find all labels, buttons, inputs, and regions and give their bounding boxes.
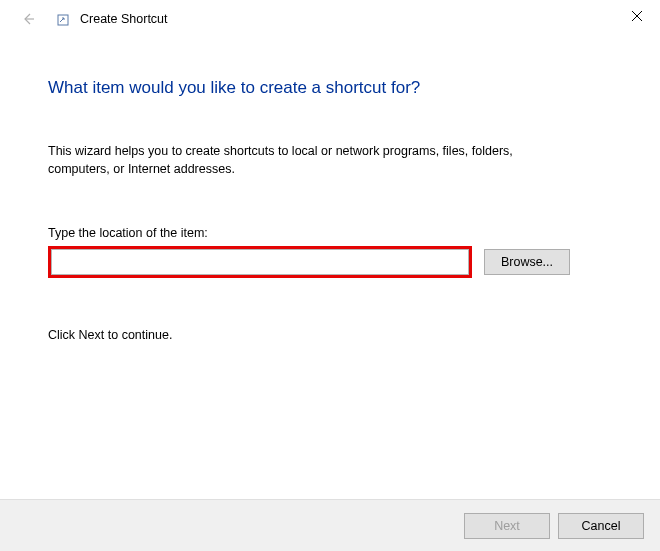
svg-rect-1 bbox=[58, 15, 68, 25]
window-title: Create Shortcut bbox=[80, 12, 168, 26]
cancel-button[interactable]: Cancel bbox=[558, 513, 644, 539]
back-arrow-icon[interactable] bbox=[18, 9, 38, 29]
location-input[interactable] bbox=[51, 249, 469, 275]
next-button[interactable]: Next bbox=[464, 513, 550, 539]
browse-button[interactable]: Browse... bbox=[484, 249, 570, 275]
page-heading: What item would you like to create a sho… bbox=[48, 78, 612, 98]
wizard-description: This wizard helps you to create shortcut… bbox=[48, 142, 578, 178]
continue-instruction: Click Next to continue. bbox=[48, 328, 612, 342]
wizard-content: What item would you like to create a sho… bbox=[0, 38, 660, 342]
location-input-highlight bbox=[48, 246, 472, 278]
shortcut-icon bbox=[56, 13, 70, 27]
location-row: Browse... bbox=[48, 246, 612, 278]
location-label: Type the location of the item: bbox=[48, 226, 612, 240]
titlebar: Create Shortcut bbox=[0, 0, 660, 38]
wizard-footer: Next Cancel bbox=[0, 499, 660, 551]
close-button[interactable] bbox=[614, 0, 660, 32]
